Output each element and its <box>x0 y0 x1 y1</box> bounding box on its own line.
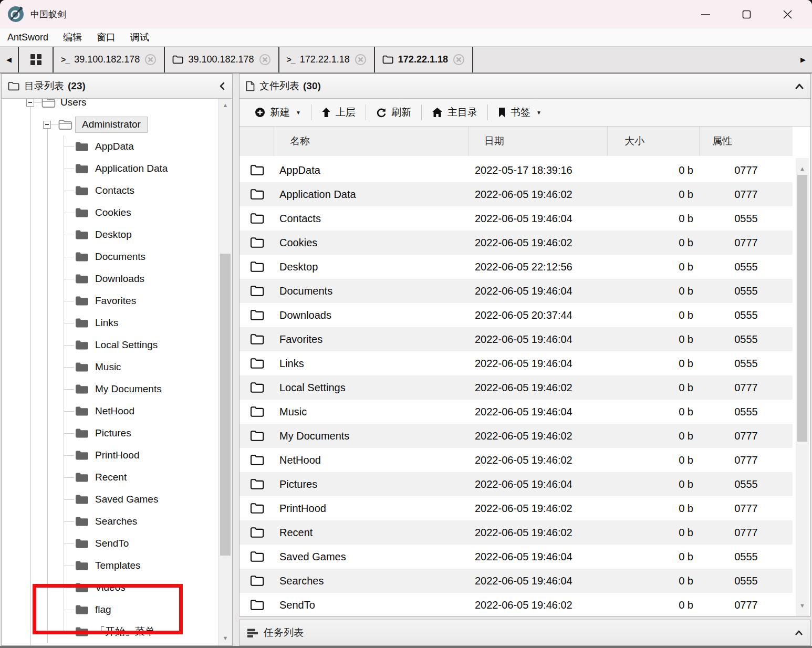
scroll-up-icon[interactable]: ▲ <box>218 102 232 108</box>
file-row-Local Settings[interactable]: Local Settings2022-06-05 19:46:020 b0777 <box>240 375 793 400</box>
file-row-Cookies[interactable]: Cookies2022-06-05 19:46:020 b0777 <box>240 231 793 255</box>
tree-item-「开始」菜单[interactable]: 「开始」菜单 <box>2 621 218 643</box>
file-row-Searches[interactable]: Searches2022-06-05 19:46:040 b0555 <box>240 569 793 593</box>
tab-terminal-39.100.182.178[interactable]: >_39.100.182.178 <box>53 47 164 72</box>
tab-home[interactable] <box>18 47 53 72</box>
tree-item-Pictures[interactable]: Pictures <box>2 422 218 444</box>
file-scrollbar-thumb[interactable] <box>797 175 807 442</box>
scroll-up-icon[interactable]: ▲ <box>796 165 809 172</box>
tree-item-label[interactable]: NetHood <box>95 405 134 417</box>
close-tab-icon[interactable] <box>355 54 367 66</box>
home-directory-button[interactable]: 主目录 <box>422 99 487 126</box>
tree-item-Searches[interactable]: Searches <box>2 510 218 532</box>
file-row-My Documents[interactable]: My Documents2022-06-05 19:46:020 b0777 <box>240 424 793 448</box>
file-row-SendTo[interactable]: SendTo2022-06-05 19:46:020 b0777 <box>240 593 793 616</box>
tree-item-AppData[interactable]: AppData <box>2 135 218 158</box>
menu-item-antsword[interactable]: AntSword <box>7 32 48 43</box>
file-row-Documents[interactable]: Documents2022-06-05 19:46:040 b0555 <box>240 279 793 303</box>
menu-item-edit[interactable]: 编辑 <box>63 31 82 44</box>
tree-item-label[interactable]: flag <box>95 604 111 615</box>
new-button[interactable]: 新建▼ <box>245 99 311 126</box>
close-tab-icon[interactable] <box>144 54 157 66</box>
tree-item-flag[interactable]: flag <box>2 599 218 621</box>
menu-item-window[interactable]: 窗口 <box>97 31 116 44</box>
up-level-button[interactable]: 上层 <box>311 99 366 126</box>
tree-item-Recent[interactable]: Recent <box>2 466 218 488</box>
tree-item-PrintHood[interactable]: PrintHood <box>2 444 218 466</box>
file-row-Recent[interactable]: Recent2022-06-05 19:46:020 b0777 <box>240 520 793 545</box>
tree-item-label[interactable]: SendTo <box>95 538 129 549</box>
tree-item-Favorites[interactable]: Favorites <box>2 290 218 312</box>
tab-folder-172.22.1.18[interactable]: 172.22.1.18 <box>374 47 472 72</box>
tabs-scroll-left-icon[interactable]: ◀ <box>0 47 18 72</box>
tree-scrollbar-thumb[interactable] <box>220 254 231 556</box>
tree-item-label[interactable]: Searches <box>95 516 137 527</box>
maximize-button[interactable] <box>726 0 767 28</box>
tree-item-SendTo[interactable]: SendTo <box>2 532 218 555</box>
file-row-Desktop[interactable]: Desktop2022-06-05 22:12:560 b0555 <box>240 255 793 279</box>
tree-item-label[interactable]: Links <box>95 317 118 329</box>
column-header-date[interactable]: 日期 <box>469 127 608 156</box>
tree-item-Documents[interactable]: Documents <box>2 246 218 268</box>
tree-item-Downloads[interactable]: Downloads <box>2 268 218 290</box>
column-header-size[interactable]: 大小 <box>608 127 700 156</box>
collapse-up-icon[interactable] <box>795 83 804 90</box>
tree-item-Administrator[interactable]: Administrator <box>2 113 218 135</box>
tab-folder-39.100.182.178[interactable]: 39.100.182.178 <box>164 47 278 72</box>
tree-item-label[interactable]: Documents <box>95 251 145 263</box>
tree-item-label[interactable]: Administrator <box>75 117 148 133</box>
tree-item-NetHood[interactable]: NetHood <box>2 400 218 422</box>
tree-scrollbar[interactable]: ▲ ▼ <box>218 99 232 645</box>
tree-item-Local Settings[interactable]: Local Settings <box>2 334 218 356</box>
tree-item-label[interactable]: Music <box>95 361 121 373</box>
tree-item-Templates[interactable]: Templates <box>2 555 218 577</box>
tree-item-Cookies[interactable]: Cookies <box>2 202 218 224</box>
close-tab-icon[interactable] <box>259 54 271 66</box>
tree-item-label[interactable]: PrintHood <box>95 450 140 461</box>
file-row-Saved Games[interactable]: Saved Games2022-06-05 19:46:040 b0555 <box>240 545 793 569</box>
tree-item-label[interactable]: Application Data <box>95 163 168 174</box>
tree-item-Contacts[interactable]: Contacts <box>2 180 218 202</box>
file-row-Application Data[interactable]: Application Data2022-06-05 19:46:020 b07… <box>240 182 793 206</box>
menu-item-debug[interactable]: 调试 <box>130 31 149 44</box>
refresh-button[interactable]: 刷新 <box>366 99 421 126</box>
tree-item-Links[interactable]: Links <box>2 312 218 334</box>
tree-item-label[interactable]: Cookies <box>95 207 131 218</box>
tree-item-label[interactable]: Saved Games <box>95 494 158 505</box>
file-row-Music[interactable]: Music2022-06-05 19:46:040 b0555 <box>240 400 793 424</box>
tree-item-label[interactable]: Desktop <box>95 229 132 241</box>
column-header-icon[interactable] <box>240 127 274 156</box>
tab-terminal-172.22.1.18[interactable]: >_172.22.1.18 <box>278 47 374 72</box>
file-row-Contacts[interactable]: Contacts2022-06-05 19:46:040 b0555 <box>240 206 793 231</box>
collapse-up-icon[interactable] <box>795 630 803 636</box>
tree-item-label[interactable]: Recent <box>95 472 127 483</box>
tree-item-label[interactable]: Downloads <box>95 273 144 285</box>
tree-collapse-icon[interactable] <box>26 99 34 107</box>
file-row-Downloads[interactable]: Downloads2022-06-05 20:37:440 b0555 <box>240 303 793 327</box>
tree-item-Application Data[interactable]: Application Data <box>2 158 218 180</box>
file-row-NetHood[interactable]: NetHood2022-06-05 19:46:020 b0777 <box>240 448 793 472</box>
close-tab-icon[interactable] <box>453 54 465 66</box>
tree-item-label[interactable]: Templates <box>95 560 141 571</box>
column-header-name[interactable]: 名称 <box>274 127 469 156</box>
file-row-PrintHood[interactable]: PrintHood2022-06-05 19:46:020 b0777 <box>240 496 793 520</box>
collapse-left-icon[interactable] <box>218 81 226 91</box>
file-row-Pictures[interactable]: Pictures2022-06-05 19:46:040 b0555 <box>240 472 793 496</box>
tree-collapse-icon[interactable] <box>43 121 51 129</box>
tree-item-label[interactable]: Users <box>60 99 87 108</box>
tree-item-Users[interactable]: Users <box>2 99 218 113</box>
tree-item-Videos[interactable]: Videos <box>2 577 218 599</box>
tree-item-label[interactable]: My Documents <box>95 383 162 395</box>
tree-item-Desktop[interactable]: Desktop <box>2 224 218 246</box>
file-row-AppData[interactable]: AppData2022-05-17 18:39:160 b0777 <box>240 158 793 182</box>
minimize-button[interactable] <box>685 0 726 28</box>
bookmark-button[interactable]: 书签▼ <box>488 99 551 126</box>
tree-item-label[interactable]: Local Settings <box>95 339 158 351</box>
scroll-down-icon[interactable]: ▼ <box>218 635 232 641</box>
scroll-down-icon[interactable]: ▼ <box>796 602 809 609</box>
tabs-scroll-right-icon[interactable]: ▶ <box>794 47 812 72</box>
tree-item-label[interactable]: Favorites <box>95 295 136 307</box>
file-row-Favorites[interactable]: Favorites2022-06-05 19:46:040 b0555 <box>240 327 793 351</box>
tree-item-label[interactable]: AppData <box>95 141 134 152</box>
tree-item-My Documents[interactable]: My Documents <box>2 378 218 400</box>
